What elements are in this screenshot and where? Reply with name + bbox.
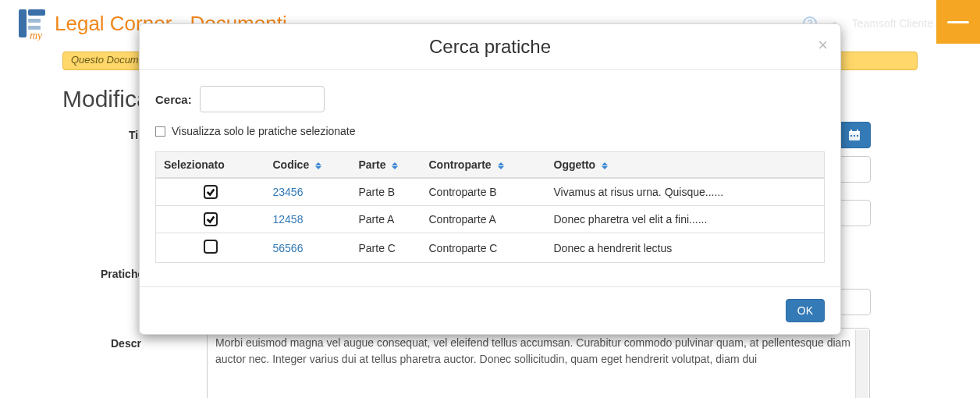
col-controparte[interactable]: Controparte (421, 152, 546, 179)
filter-checkbox[interactable] (155, 126, 165, 137)
cell-codice: 56566 (265, 233, 351, 263)
cell-controparte: Controparte A (421, 206, 546, 233)
codice-link[interactable]: 56566 (273, 242, 304, 254)
close-button[interactable]: × (818, 35, 828, 55)
col-oggetto[interactable]: Oggetto (546, 152, 825, 179)
col-parte-label: Parte (359, 158, 386, 171)
search-input[interactable] (200, 86, 325, 112)
close-icon: × (818, 35, 828, 55)
results-table: Selezionato Codice Parte Controparte (155, 151, 825, 263)
cell-oggetto: Donec pharetra vel elit a fini...... (546, 206, 825, 233)
search-modal: × Cerca pratiche Cerca: Visualizza solo … (139, 23, 841, 335)
col-selezionato[interactable]: Selezionato (156, 152, 265, 179)
filter-label: Visualizza solo le pratiche selezionate (172, 125, 356, 137)
table-header-row: Selezionato Codice Parte Controparte (156, 152, 825, 179)
cell-codice: 23456 (265, 178, 351, 206)
row-checkbox[interactable] (204, 240, 218, 254)
sort-icon (392, 162, 398, 169)
table-row: 56566Parte CControparte CDonec a hendrer… (156, 233, 825, 263)
sort-icon (498, 162, 504, 169)
cell-controparte: Controparte C (421, 233, 546, 263)
cell-codice: 12458 (265, 206, 351, 233)
cell-select (156, 178, 265, 206)
filter-row: Visualizza solo le pratiche selezionate (155, 125, 825, 137)
modal-footer: OK (140, 286, 840, 334)
col-codice-label: Codice (273, 158, 310, 171)
cell-oggetto: Vivamus at risus urna. Quisque...... (546, 178, 825, 206)
col-parte[interactable]: Parte (351, 152, 421, 179)
cell-parte: Parte B (351, 178, 421, 206)
codice-link[interactable]: 12458 (273, 213, 304, 226)
col-codice[interactable]: Codice (265, 152, 351, 179)
cell-parte: Parte C (351, 233, 421, 263)
col-oggetto-label: Oggetto (554, 158, 596, 171)
search-label: Cerca: (155, 93, 192, 106)
table-row: 23456Parte BControparte BVivamus at risu… (156, 178, 825, 206)
modal-header: × Cerca pratiche (140, 24, 840, 70)
cell-select (156, 206, 265, 233)
cell-select (156, 233, 265, 263)
sort-icon (315, 162, 321, 169)
modal-title: Cerca pratiche (155, 36, 825, 58)
cell-oggetto: Donec a hendrerit lectus (546, 233, 825, 263)
col-selezionato-label: Selezionato (164, 158, 225, 171)
ok-button[interactable]: OK (786, 299, 825, 322)
row-checkbox[interactable] (204, 185, 218, 199)
codice-link[interactable]: 23456 (273, 186, 304, 198)
cell-parte: Parte A (351, 206, 421, 233)
search-row: Cerca: (155, 86, 825, 112)
modal-body: Cerca: Visualizza solo le pratiche selez… (140, 70, 840, 286)
col-controparte-label: Controparte (429, 158, 492, 171)
table-row: 12458Parte AControparte ADonec pharetra … (156, 206, 825, 233)
sort-icon (602, 162, 608, 169)
cell-controparte: Controparte B (421, 178, 546, 206)
row-checkbox[interactable] (204, 212, 218, 226)
